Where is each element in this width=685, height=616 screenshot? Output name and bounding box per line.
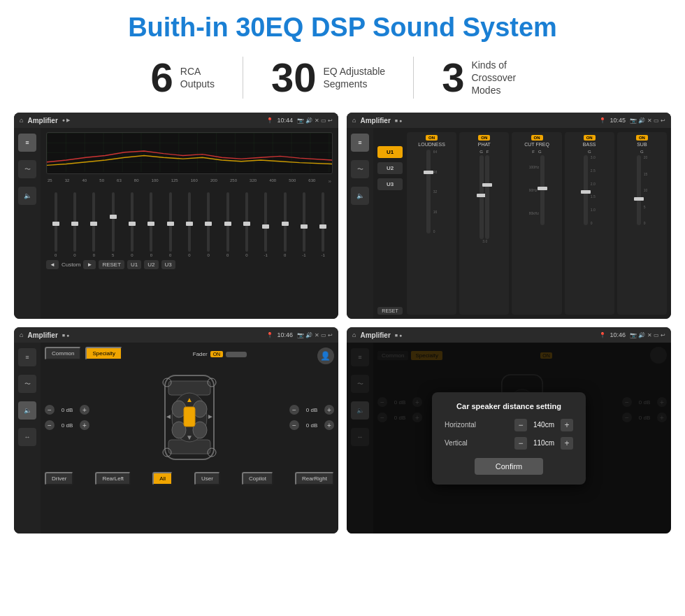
eq-bottom-bar: ◄ Custom ► RESET U1 U2 U3 <box>46 260 333 269</box>
btn-copilot[interactable]: Copilot <box>242 472 273 485</box>
channel-sub: ON SUB G 20151050 <box>617 132 667 315</box>
topbar-title-2: Amplifier <box>360 117 390 124</box>
home-icon-3[interactable]: ⌂ <box>20 331 23 338</box>
eq-reset-btn[interactable]: RESET <box>99 260 124 269</box>
stat-rca: 6 RCAOutputs <box>123 57 243 98</box>
speaker-top: Common Specialty Fader ON 👤 <box>45 347 334 364</box>
bass-slider[interactable] <box>584 155 588 225</box>
eq-slider-9[interactable]: 0 <box>201 192 217 257</box>
sp-right-controls: − 0 dB + − 0 dB + <box>289 368 334 466</box>
topbar-loc-3: 📍 <box>266 332 273 338</box>
sub-on: ON <box>636 135 648 141</box>
speaker-icon-3[interactable]: 🔈 <box>18 401 36 420</box>
eq-slider-12[interactable]: -1 <box>258 192 274 257</box>
phat-slider-f[interactable] <box>485 155 489 239</box>
wave-icon[interactable]: 〜 <box>18 160 36 178</box>
speaker-icon[interactable]: 🔈 <box>18 187 36 205</box>
eq-next-btn[interactable]: ► <box>83 260 96 269</box>
btn-rearright[interactable]: RearRight <box>295 472 334 485</box>
speaker-main: − 0 dB + − 0 dB + <box>45 368 334 466</box>
stat-number-eq: 30 <box>271 57 317 98</box>
eq-prev-btn[interactable]: ◄ <box>46 260 59 269</box>
db-val-4: 0 dB <box>301 422 322 429</box>
eq-slider-1[interactable]: 0 <box>48 192 64 257</box>
eq-slider-4[interactable]: 5 <box>105 192 121 257</box>
cutfreq-on: ON <box>531 135 543 141</box>
eq-u1-btn[interactable]: U1 <box>127 260 141 269</box>
eq-slider-5[interactable]: 0 <box>124 192 140 257</box>
preset-u1[interactable]: U1 <box>377 146 403 158</box>
eq-slider-13[interactable]: 0 <box>277 192 293 257</box>
dialog-input-horizontal: − 140cm + <box>514 419 573 431</box>
fader-label: Fader <box>193 351 208 357</box>
home-icon-4[interactable]: ⌂ <box>352 331 356 338</box>
stat-label-crossover: Kinds ofCrossover Modes <box>471 59 534 97</box>
eq-slider-14[interactable]: -1 <box>296 192 312 257</box>
db-minus-3[interactable]: − <box>289 405 299 415</box>
eq-slider-3[interactable]: 0 <box>86 192 102 257</box>
cutfreq-slider[interactable] <box>540 155 545 225</box>
eq-slider-15[interactable]: -1 <box>315 192 331 257</box>
tab-specialty[interactable]: Specialty <box>85 347 122 360</box>
btn-user[interactable]: User <box>194 472 220 485</box>
eq-icon-2[interactable]: ≡ <box>351 134 369 152</box>
btn-all[interactable]: All <box>152 472 173 485</box>
eq-icon-3[interactable]: ≡ <box>18 348 36 366</box>
db-plus-1[interactable]: + <box>80 405 89 415</box>
bass-on: ON <box>584 135 596 141</box>
wave-icon-2[interactable]: 〜 <box>351 160 369 178</box>
eq-slider-7[interactable]: 0 <box>162 192 178 257</box>
arrows-icon-3[interactable]: ↔ <box>18 428 36 446</box>
topbar-loc-1: 📍 <box>266 117 273 124</box>
preset-u2[interactable]: U2 <box>377 162 403 174</box>
phat-slider-g[interactable] <box>480 155 484 239</box>
btn-driver[interactable]: Driver <box>45 472 73 485</box>
dialog-label-vertical: Vertical <box>445 439 468 447</box>
dialog-plus-vertical[interactable]: + <box>561 437 573 450</box>
eq-u3-btn[interactable]: U3 <box>161 260 175 269</box>
user-icon[interactable]: 👤 <box>317 348 334 364</box>
channel-phat: ON PHAT G F 3.0 <box>459 132 509 315</box>
btn-rearleft[interactable]: RearLeft <box>95 472 131 485</box>
eq-slider-6[interactable]: 0 <box>143 192 159 257</box>
channel-cutfreq: ON CUT FREQ F G 100Hz90Hz80kHz <box>512 132 561 315</box>
sub-slider[interactable] <box>637 155 641 225</box>
loudness-slider[interactable] <box>426 150 431 234</box>
dialog-box: Car speaker distance setting Horizontal … <box>432 392 586 485</box>
topbar-1: ⌂ Amplifier ● ▶ 📍 10:44 📷 🔊 ✕ ▭ ↩ <box>14 113 338 128</box>
dialog-plus-horizontal[interactable]: + <box>561 419 573 431</box>
eq-slider-2[interactable]: 0 <box>66 192 82 257</box>
amp-presets: U1 U2 U3 RESET <box>377 132 403 315</box>
stat-number-rca: 6 <box>151 57 173 98</box>
home-icon-2[interactable]: ⌂ <box>352 117 356 124</box>
db-plus-2[interactable]: + <box>80 420 89 430</box>
eq-freq-labels: 2532405063 80100125160200 25032040050063… <box>46 178 333 185</box>
eq-slider-11[interactable]: 0 <box>238 192 254 257</box>
confirm-button[interactable]: Confirm <box>475 458 544 475</box>
eq-slider-10[interactable]: 0 <box>219 192 236 257</box>
left-sidebar-3: ≡ 〜 🔈 ↔ <box>14 343 41 533</box>
screen-speaker: ⌂ Amplifier ■ ● 📍 10:46 📷 🔊 ✕ ▭ ↩ ≡ 〜 🔈 … <box>14 327 338 533</box>
preset-u3[interactable]: U3 <box>377 178 403 190</box>
amp-reset-btn[interactable]: RESET <box>377 307 403 315</box>
home-icon-1[interactable]: ⌂ <box>20 117 23 124</box>
stat-crossover: 3 Kinds ofCrossover Modes <box>414 57 562 98</box>
eq-slider-8[interactable]: 0 <box>181 192 197 257</box>
db-plus-3[interactable]: + <box>324 405 334 415</box>
db-minus-2[interactable]: − <box>45 420 55 430</box>
dialog-minus-horizontal[interactable]: − <box>514 419 527 431</box>
speaker-icon-2[interactable]: 🔈 <box>351 187 369 205</box>
topbar-3: ⌂ Amplifier ■ ● 📍 10:46 📷 🔊 ✕ ▭ ↩ <box>14 327 338 343</box>
topbar-icons-1: 📷 🔊 ✕ ▭ ↩ <box>297 117 333 124</box>
tab-common[interactable]: Common <box>45 347 81 360</box>
topbar-icons-3: 📷 🔊 ✕ ▭ ↩ <box>297 332 333 338</box>
eq-icon[interactable]: ≡ <box>18 134 36 152</box>
stats-row: 6 RCAOutputs 30 EQ AdjustableSegments 3 … <box>0 50 685 108</box>
db-minus-1[interactable]: − <box>45 405 55 415</box>
db-minus-4[interactable]: − <box>289 420 299 430</box>
eq-u2-btn[interactable]: U2 <box>144 260 158 269</box>
wave-icon-3[interactable]: 〜 <box>18 375 36 393</box>
db-plus-4[interactable]: + <box>324 420 334 430</box>
dialog-minus-vertical[interactable]: − <box>514 437 527 450</box>
fader-slider[interactable] <box>226 352 247 357</box>
